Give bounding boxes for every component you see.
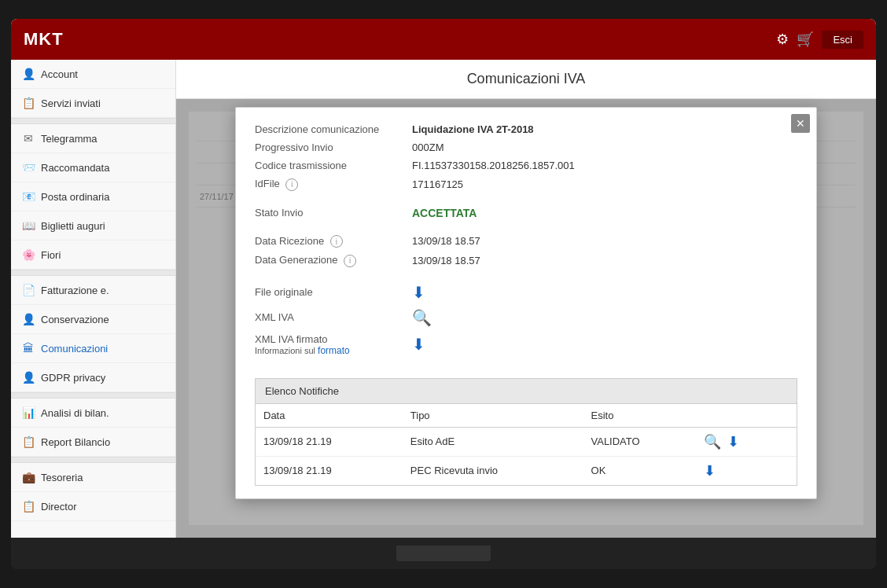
content-body: 27/11/17 27/11/17 Liquidazione IVA 2T-20… bbox=[176, 99, 876, 538]
sidebar-item-conservazione[interactable]: 👤 Conservazione bbox=[11, 305, 175, 334]
sidebar-divider-1 bbox=[11, 118, 175, 124]
monitor-stand bbox=[11, 538, 876, 569]
notifiche-section: Elenco Notifiche Data Tipo Esito bbox=[255, 378, 797, 486]
sidebar-item-account[interactable]: 👤 Account bbox=[11, 60, 175, 89]
notifiche-header: Elenco Notifiche bbox=[256, 379, 797, 404]
sidebar-item-telegramma[interactable]: ✉ Telegramma bbox=[11, 124, 175, 153]
notifiche-table: Data Tipo Esito 13/09/18 21.19Esito AdEV… bbox=[256, 404, 797, 485]
stand-neck bbox=[396, 546, 491, 561]
sidebar-item-gdpr[interactable]: 👤 GDPR privacy bbox=[11, 363, 175, 392]
data-generazione-label: Data Generazione i bbox=[255, 254, 412, 267]
esci-button[interactable]: Esci bbox=[822, 31, 863, 49]
col-actions bbox=[696, 404, 797, 428]
biglietti-icon: 📖 bbox=[22, 219, 35, 232]
notifica-download-1[interactable]: ⬇ bbox=[704, 463, 716, 479]
sidebar-item-director[interactable]: 📋 Director bbox=[11, 492, 175, 521]
gdpr-icon: 👤 bbox=[22, 371, 35, 384]
fiori-icon: 🌸 bbox=[22, 248, 35, 261]
content-area: Comunicazioni IVA 27/11/17 27/11/17 Liqu… bbox=[176, 60, 876, 538]
report-icon: 📋 bbox=[22, 435, 35, 448]
detail-modal: ✕ Descrizione comunicazione Liquidazione… bbox=[235, 107, 817, 499]
xml-iva-label: XML IVA bbox=[255, 311, 412, 323]
notifica-tipo-1: PEC Ricevuta invio bbox=[403, 456, 583, 485]
help-icon[interactable]: ⚙ bbox=[776, 31, 789, 48]
data-generazione-row: Data Generazione i 13/09/18 18.57 bbox=[255, 254, 797, 267]
idfile-info-icon[interactable]: i bbox=[285, 178, 298, 191]
topbar-actions: ⚙ 🛒 Esci bbox=[776, 31, 863, 49]
stato-row: Stato Invio ACCETTATA bbox=[255, 207, 797, 219]
page-title: Comunicazioni IVA bbox=[176, 60, 876, 99]
file-originale-download-icon[interactable]: ⬇ bbox=[412, 283, 425, 302]
sidebar-item-tesoreria[interactable]: 💼 Tesoreria bbox=[11, 463, 175, 492]
modal-close-button[interactable]: ✕ bbox=[791, 114, 810, 133]
sidebar-item-report[interactable]: 📋 Report Bilancio bbox=[11, 428, 175, 457]
modal-overlay: ✕ Descrizione comunicazione Liquidazione… bbox=[176, 99, 876, 538]
col-tipo: Tipo bbox=[403, 404, 583, 428]
sidebar-divider-2 bbox=[11, 270, 175, 276]
topbar: MKT ⚙ 🛒 Esci bbox=[11, 19, 876, 60]
progressivo-label: Progressivo Invio bbox=[255, 141, 412, 153]
codice-row: Codice trasmissione FI.11537330158.20182… bbox=[255, 160, 797, 171]
xml-iva-firmato-label: XML IVA firmato Informazioni sul formato bbox=[255, 333, 412, 356]
sidebar-item-servizi-inviati[interactable]: 📋 Servizi inviati bbox=[11, 89, 175, 118]
notifica-download-0[interactable]: ⬇ bbox=[727, 434, 739, 450]
sidebar-divider-4 bbox=[11, 457, 175, 463]
fatturazione-icon: 📄 bbox=[22, 284, 35, 296]
notifica-actions-0: 🔍⬇ bbox=[696, 427, 797, 456]
tesoreria-icon: 💼 bbox=[22, 471, 35, 483]
sidebar-item-biglietti[interactable]: 📖 Biglietti auguri bbox=[11, 211, 175, 241]
servizi-icon: 📋 bbox=[22, 97, 35, 109]
notifica-row-0: 13/09/18 21.19Esito AdEVALIDATO🔍⬇ bbox=[256, 427, 797, 456]
data-ricezione-value: 13/09/18 18.57 bbox=[412, 235, 480, 247]
idfile-value: 171167125 bbox=[412, 178, 463, 190]
file-originale-label: File originale bbox=[255, 286, 412, 298]
data-generazione-info-icon[interactable]: i bbox=[344, 255, 356, 267]
sidebar-item-analisi[interactable]: 📊 Analisi di bilan. bbox=[11, 399, 175, 428]
descrizione-value: Liquidazione IVA 2T-2018 bbox=[412, 123, 534, 135]
descrizione-row: Descrizione comunicazione Liquidazione I… bbox=[255, 123, 797, 135]
data-ricezione-label: Data Ricezione i bbox=[255, 235, 412, 248]
col-esito: Esito bbox=[583, 404, 697, 428]
comunicazioni-icon: 🏛 bbox=[22, 342, 35, 355]
xml-iva-search-icon[interactable]: 🔍 bbox=[412, 308, 432, 327]
idfile-row: IdFile i 171167125 bbox=[255, 178, 797, 191]
sidebar-item-fatturazione[interactable]: 📄 Fatturazione e. bbox=[11, 276, 175, 305]
sidebar-item-raccomandata[interactable]: 📨 Raccomandata bbox=[11, 153, 175, 182]
conservazione-icon: 👤 bbox=[22, 313, 35, 325]
notifica-row-1: 13/09/18 21.19PEC Ricevuta invioOK⬇ bbox=[256, 456, 797, 485]
data-generazione-value: 13/09/18 18.57 bbox=[412, 255, 480, 266]
notifica-tipo-0: Esito AdE bbox=[403, 427, 583, 456]
notifica-esito-0: VALIDATO bbox=[583, 427, 697, 456]
codice-label: Codice trasmissione bbox=[255, 160, 412, 171]
sidebar-item-fiori[interactable]: 🌸 Fiori bbox=[11, 241, 175, 270]
telegramma-icon: ✉ bbox=[22, 132, 35, 145]
idfile-label: IdFile i bbox=[255, 178, 412, 191]
app-logo: MKT bbox=[24, 29, 64, 50]
col-data: Data bbox=[256, 404, 403, 428]
spacer-2 bbox=[255, 226, 797, 235]
spacer-1 bbox=[255, 197, 797, 207]
formato-link[interactable]: formato bbox=[318, 345, 350, 356]
account-icon: 👤 bbox=[22, 68, 35, 80]
descrizione-label: Descrizione comunicazione bbox=[255, 123, 412, 135]
raccomandata-icon: 📨 bbox=[22, 161, 35, 174]
cart-icon[interactable]: 🛒 bbox=[797, 31, 814, 48]
sidebar-item-posta[interactable]: 📧 Posta ordinaria bbox=[11, 182, 175, 211]
posta-icon: 📧 bbox=[22, 190, 35, 203]
modal-body: Descrizione comunicazione Liquidazione I… bbox=[236, 108, 816, 370]
notifica-esito-1: OK bbox=[583, 456, 697, 485]
data-ricezione-row: Data Ricezione i 13/09/18 18.57 bbox=[255, 235, 797, 248]
sidebar-item-comunicazioni[interactable]: 🏛 Comunicazioni bbox=[11, 334, 175, 363]
xml-iva-firmato-download-icon[interactable]: ⬇ bbox=[412, 335, 425, 354]
notifica-actions-1: ⬇ bbox=[696, 456, 797, 485]
data-ricezione-info-icon[interactable]: i bbox=[330, 235, 343, 248]
sidebar: 👤 Account 📋 Servizi inviati ✉ Telegramma… bbox=[11, 60, 176, 538]
stato-label: Stato Invio bbox=[255, 207, 412, 219]
sidebar-divider-3 bbox=[11, 392, 175, 399]
notifica-search-0[interactable]: 🔍 bbox=[704, 434, 721, 450]
progressivo-row: Progressivo Invio 000ZM bbox=[255, 141, 797, 153]
spacer-3 bbox=[255, 274, 797, 283]
analisi-icon: 📊 bbox=[22, 406, 35, 419]
stato-value: ACCETTATA bbox=[412, 207, 477, 219]
notifica-data-0: 13/09/18 21.19 bbox=[256, 427, 403, 456]
